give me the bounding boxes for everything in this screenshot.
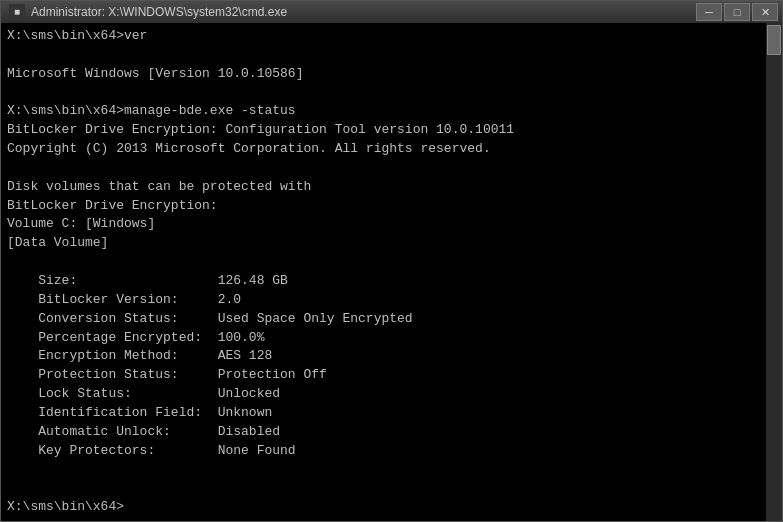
titlebar: ■ Administrator: X:\WINDOWS\system32\cmd… [1,1,782,23]
minimize-button[interactable]: ─ [696,3,722,21]
cmd-icon: ■ [9,4,25,20]
close-button[interactable]: ✕ [752,3,778,21]
titlebar-left: ■ Administrator: X:\WINDOWS\system32\cmd… [9,4,287,20]
scrollbar-thumb[interactable] [767,25,781,55]
cmd-window: ■ Administrator: X:\WINDOWS\system32\cmd… [0,0,783,522]
window-title: Administrator: X:\WINDOWS\system32\cmd.e… [31,5,287,19]
console-area[interactable]: X:\sms\bin\x64>ver Microsoft Windows [Ve… [1,23,782,521]
titlebar-buttons: ─ □ ✕ [696,3,778,21]
maximize-button[interactable]: □ [724,3,750,21]
console-output: X:\sms\bin\x64>ver Microsoft Windows [Ve… [7,27,776,517]
scrollbar[interactable] [766,23,782,521]
